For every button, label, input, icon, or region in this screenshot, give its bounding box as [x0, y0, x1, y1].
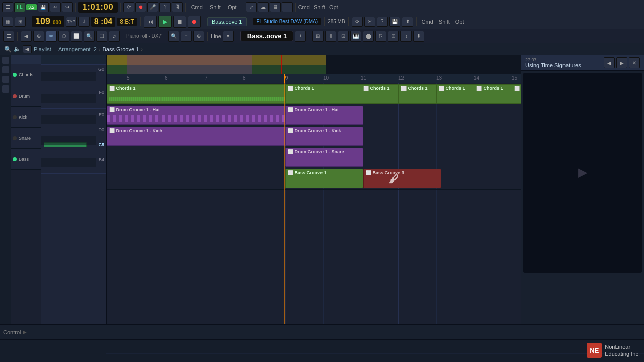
- pr-zoom2-btn[interactable]: ⊕: [193, 31, 204, 42]
- redo-button[interactable]: ↪: [62, 2, 73, 12]
- ne-line2: Educating Inc.: [605, 350, 640, 357]
- block-drum-kick-b-label: ⬜ Drum Groove 1 - Kick: [288, 128, 341, 133]
- loop-btn[interactable]: ⟳: [123, 2, 134, 12]
- block-drum-kick-b[interactable]: ⬜ Drum Groove 1 - Kick: [285, 127, 363, 146]
- help-btn[interactable]: ?: [159, 2, 171, 12]
- save2-btn[interactable]: 💾: [389, 17, 400, 27]
- pr-snap-arrow[interactable]: ▾: [223, 31, 234, 42]
- pr-search-btn[interactable]: 🔍: [168, 31, 179, 42]
- monitor-btn[interactable]: 🖥: [270, 2, 281, 12]
- pr-group-btn[interactable]: ⊡: [338, 31, 349, 42]
- hl4: [107, 168, 521, 168]
- block-drum-kick-a-label: ⬜ Drum Groove 1 - Kick: [109, 128, 163, 133]
- block-chords1-b[interactable]: ⬜ Chords 1: [285, 84, 363, 104]
- time-sig-display[interactable]: 8 :04: [91, 17, 115, 27]
- pr-copy-btn[interactable]: ⎘: [375, 31, 386, 42]
- help2-btn[interactable]: ?: [377, 17, 388, 27]
- play-btn[interactable]: ▶: [158, 16, 172, 28]
- pr-erase-btn[interactable]: ⬡: [58, 31, 69, 42]
- song-pos: 8:B:T: [117, 18, 137, 26]
- track-header-spacer: [11, 55, 41, 64]
- cloud-btn[interactable]: ☁: [258, 2, 269, 12]
- pr-midi-btn[interactable]: ⬤: [363, 31, 374, 42]
- track-labels-column: Chords Drum Kick Snare Bass: [11, 55, 41, 324]
- block-drum-hat-a[interactable]: ⬜ Drum Groove 1 - Hat: [107, 106, 298, 125]
- export-btn[interactable]: ⬆: [402, 17, 413, 27]
- pr-plus-btn[interactable]: +: [295, 31, 306, 42]
- playlist-btn[interactable]: ▦: [2, 17, 13, 27]
- tutorial-close-btn[interactable]: ✕: [629, 57, 640, 68]
- bc-playlist[interactable]: Playlist: [34, 46, 51, 52]
- pr-menu-btn[interactable]: ☰: [3, 31, 14, 42]
- cmd-label2: Cmd: [298, 4, 310, 10]
- piano-keys-visual[interactable]: G0 F0 E0 D0 C0 C5 B4: [41, 64, 106, 324]
- block-drum-snare-a[interactable]: ⬜ Drum Groove 1 - Snare: [285, 148, 363, 167]
- resize-btn[interactable]: ⤢: [246, 2, 257, 12]
- more-btn[interactable]: ⋯: [282, 2, 293, 12]
- pr-vel-btn[interactable]: ⥥: [325, 31, 336, 42]
- pr-select-btn[interactable]: ⬜: [71, 31, 82, 42]
- pr-filter-btn[interactable]: ⧖: [388, 31, 399, 42]
- pr-marker-btn[interactable]: ⊕: [33, 31, 44, 42]
- playlist-area: 5 6 7 8 ▼ 9 10 11 12 13 14 15 16 17 18 1…: [107, 55, 521, 324]
- tutorial-prev-btn[interactable]: ◀: [604, 57, 615, 68]
- mixer-btn[interactable]: 🎛: [172, 2, 183, 12]
- step-seq-btn[interactable]: ⊞: [15, 17, 26, 27]
- track-rows[interactable]: ⬜ Chords 1 ⬜ Chords 1 ⬜ Chords 1 ⬜ Chord…: [107, 83, 521, 324]
- mark-12: 12: [398, 75, 404, 81]
- pr-chord-btn[interactable]: ♬: [109, 31, 120, 42]
- opt-label2: Opt: [329, 4, 338, 10]
- block-chords1-e-label: ⬜ Chords 1: [439, 86, 465, 91]
- pr-piano-btn[interactable]: 🎹: [350, 31, 361, 42]
- bc-arrangement[interactable]: Arrangement_2: [58, 46, 97, 52]
- mark-15: 15: [512, 75, 517, 81]
- shift-label3: Shift: [439, 19, 450, 25]
- menu-button[interactable]: ☰: [2, 2, 13, 12]
- block-chords1-g[interactable]: ⬜ Chords 1: [512, 84, 521, 104]
- ne-logo: NE: [587, 343, 602, 358]
- pr-draw-btn[interactable]: ✏: [46, 31, 57, 42]
- mark-10: 10: [323, 75, 329, 81]
- cut-btn[interactable]: ✂: [364, 17, 375, 27]
- record-btn[interactable]: ⏺: [135, 2, 146, 12]
- track-label-bass: Bass: [11, 149, 41, 170]
- block-chords1-d-label: ⬜ Chords 1: [401, 86, 428, 91]
- block-bass-a[interactable]: ⬜ Bass Groove 1: [285, 169, 363, 188]
- block-drum-kick-a[interactable]: ⬜ Drum Groove 1 - Kick: [107, 127, 298, 146]
- mic-btn[interactable]: 🎤: [147, 2, 158, 12]
- save-button[interactable]: 💾: [38, 2, 49, 12]
- record-transport-btn[interactable]: ⏺: [188, 16, 201, 28]
- tutorial-next-btn[interactable]: ▶: [616, 57, 627, 68]
- bc-sep2: ›: [99, 46, 101, 52]
- pr-scroll-btn[interactable]: ⬇: [413, 31, 424, 42]
- pr-dup-btn[interactable]: ❏: [96, 31, 107, 42]
- block-bass-b[interactable]: ⬜ Bass Groove 1 🖌: [363, 169, 441, 188]
- pr-quantize-btn[interactable]: ≡: [181, 31, 192, 42]
- pr-grid-btn[interactable]: ⊞: [312, 31, 324, 42]
- tap-btn[interactable]: TAP: [66, 17, 77, 27]
- div-5: [41, 173, 106, 174]
- track-label-chords: Chords: [11, 64, 41, 85]
- mark-5: 5: [127, 75, 130, 81]
- pr-back-btn[interactable]: ◀: [21, 31, 32, 42]
- song-name-display[interactable]: Bass.oove 1: [207, 17, 247, 26]
- automation-area[interactable]: [0, 340, 644, 362]
- opt-label: Opt: [228, 4, 237, 10]
- stop-btn[interactable]: ⏹: [173, 16, 186, 28]
- chords-dot: [13, 73, 17, 77]
- logo-icon[interactable]: FL: [14, 2, 25, 12]
- block-drum-hat-b[interactable]: ⬜ Drum Groove 1 - Hat: [285, 106, 363, 125]
- pr-zoom-btn[interactable]: 🔍: [84, 31, 95, 42]
- snap-label: Line: [211, 33, 221, 39]
- top-toolbar: ☰ FL 3.2 💾 ↩ ↪ 1:01:00 ⟳ ⏺ 🎤 ? 🎛 Cmd Shi…: [0, 0, 644, 14]
- refresh-btn[interactable]: ⟳: [352, 17, 363, 27]
- tutorial-video: ▶: [523, 73, 642, 273]
- bc-back-btn[interactable]: ◀: [23, 45, 32, 53]
- rewind-btn[interactable]: ⏮: [144, 16, 157, 28]
- auto-midline: [106, 353, 644, 354]
- metronome-btn[interactable]: ♩: [78, 17, 90, 27]
- pr-fold-btn[interactable]: ↕: [400, 31, 412, 42]
- sep7: [140, 17, 141, 26]
- bpm-display[interactable]: 109 000: [32, 16, 64, 27]
- undo-button[interactable]: ↩: [50, 2, 61, 12]
